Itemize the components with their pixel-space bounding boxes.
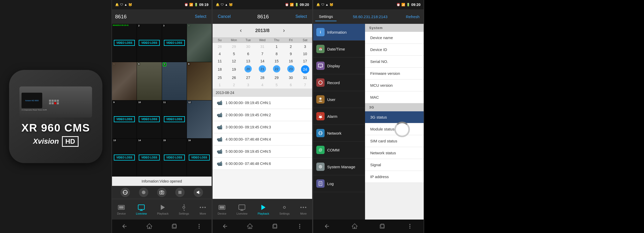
snapshot-button[interactable] (157, 188, 166, 197)
camera-cell-12[interactable]: 12 (187, 100, 212, 139)
sidebar-item-alarm[interactable]: Alarm (313, 108, 365, 125)
camera-cell-6[interactable]: 6 (137, 62, 162, 100)
cal-day[interactable]: 12 (227, 57, 241, 65)
settings-signal[interactable]: Signal (365, 159, 424, 171)
cal-day[interactable]: 5 (269, 81, 284, 89)
home-button[interactable] (144, 221, 155, 232)
cal-day[interactable]: 28 (255, 74, 270, 81)
record-item-3[interactable]: 📹 3 00:00:00- 09:19:45 CHN:3 (213, 121, 312, 133)
cal-day[interactable]: 25 (213, 74, 227, 81)
cal-day[interactable]: 14 (255, 57, 270, 65)
cal-day[interactable]: 6 (284, 81, 298, 89)
sidebar-item-datetime[interactable]: 📅 Date/Time (313, 41, 365, 57)
camera-cell-2[interactable]: 2 VIDEO LOSS (137, 24, 162, 62)
record-item-2[interactable]: 📹 2 00:00:00- 09:19:45 CHN:2 (213, 109, 312, 121)
settings-serial-no[interactable]: Serial NO. (365, 56, 424, 68)
nav-liveview[interactable]: Liveview (136, 204, 147, 215)
settings-device-name[interactable]: Device name (365, 32, 424, 44)
cal-day[interactable]: 30 (241, 43, 255, 50)
cal-day-today[interactable]: 24 (301, 65, 309, 74)
record-item-6[interactable]: 📹 6 00:00:00- 07:46:48 CHN:6 (213, 158, 312, 170)
cal-day[interactable]: 26 (227, 74, 241, 81)
camera-cell-16[interactable]: 16 VIDEO LOSS (187, 139, 212, 177)
settings-network-status[interactable]: Network status (365, 147, 424, 159)
ptz-button[interactable]: PTZ (121, 188, 130, 197)
settings-mac[interactable]: MAC (365, 91, 424, 103)
refresh-button[interactable]: Refresh (404, 13, 422, 20)
cal-day[interactable]: 29 (269, 74, 284, 81)
cal-day[interactable]: 18 (213, 65, 227, 74)
cal-day[interactable]: 17 (298, 57, 312, 65)
cal-day[interactable]: 28 (213, 43, 227, 50)
settings-mcu-version[interactable]: MCU version (365, 79, 424, 91)
sidebar-item-record[interactable]: Record (313, 74, 365, 91)
select-button[interactable]: Select (193, 13, 208, 20)
stop-button[interactable] (175, 188, 185, 197)
cal-day[interactable]: 9 (284, 50, 298, 57)
nav-playback-pb[interactable]: Playback (258, 204, 269, 215)
audio-button[interactable]: ) (194, 188, 203, 197)
back-button-pb[interactable] (219, 221, 231, 232)
record-item-1[interactable]: 📹 1 00:00:00- 09:19:45 CHN:1 (213, 97, 312, 109)
recents-button-pb[interactable] (269, 221, 281, 232)
recents-button-s[interactable] (376, 221, 388, 232)
cal-day[interactable]: 1 (213, 81, 227, 89)
cal-next-button[interactable]: › (280, 26, 288, 35)
cal-prev-button[interactable]: ‹ (237, 26, 245, 35)
camera-cell-11[interactable]: 11 VIDEO LOSS (162, 100, 187, 139)
nav-liveview-pb[interactable]: Liveview (236, 204, 247, 215)
sidebar-item-system-manage[interactable]: System Manage (313, 158, 365, 175)
nav-more-pb[interactable]: More (300, 204, 307, 215)
cal-day[interactable]: 3 (298, 43, 312, 50)
camera-cell-15[interactable]: 15 VIDEO LOSS (162, 139, 187, 177)
cancel-button[interactable]: Cancel (216, 13, 233, 20)
sidebar-item-network[interactable]: Network (313, 125, 365, 142)
nav-more[interactable]: More (199, 204, 206, 215)
camera-cell-9[interactable]: 9 VIDEO LOSS (112, 100, 137, 139)
cal-day[interactable]: 6 (241, 50, 255, 57)
cal-day[interactable]: 7 (255, 50, 270, 57)
select-button-pb[interactable]: Select (293, 13, 309, 20)
menu-button-pb[interactable] (294, 221, 305, 232)
nav-settings[interactable]: Settings (179, 204, 189, 215)
back-button-s[interactable] (321, 221, 333, 232)
cal-day[interactable]: 31 (255, 43, 270, 50)
settings-device-id[interactable]: Device ID (365, 44, 424, 56)
cal-day[interactable]: 1 (269, 43, 284, 50)
sidebar-item-display[interactable]: Display (313, 57, 365, 74)
camera-cell-14[interactable]: 14 VIDEO LOSS (137, 139, 162, 177)
cal-day[interactable]: 15 (269, 57, 284, 65)
back-button[interactable] (119, 221, 130, 232)
settings-3g-status[interactable]: 3G status (365, 111, 424, 123)
settings-sim-card-status[interactable]: SIM card status (365, 135, 424, 147)
camera-cell-4[interactable]: 4 (187, 24, 212, 62)
camera-cell-10[interactable]: 10 VIDEO LOSS (137, 100, 162, 139)
recents-button[interactable] (169, 221, 180, 232)
camera-cell-13[interactable]: 13 VIDEO LOSS (112, 139, 137, 177)
cal-day-record[interactable]: 22 (273, 65, 280, 72)
menu-button[interactable] (193, 221, 205, 232)
camera-cell-3[interactable]: 3 VIDEO LOSS (162, 24, 187, 62)
settings-ip-address[interactable]: IP address (365, 171, 424, 183)
home-button-pb[interactable] (244, 221, 256, 232)
camera-cell-1[interactable]: 8/24/2013 09:19:41 VIDEO LOSS (112, 24, 137, 62)
nav-device[interactable]: Device (117, 204, 126, 215)
cal-day[interactable]: 4 (255, 81, 270, 89)
nav-device-pb[interactable]: Device (218, 204, 227, 215)
cal-day[interactable]: 2 (284, 43, 298, 50)
cal-day[interactable]: 4 (213, 50, 227, 57)
sidebar-item-comm[interactable]: @ COMM (313, 142, 365, 158)
cal-day[interactable]: 8 (269, 50, 284, 57)
cal-day[interactable]: 11 (213, 57, 227, 65)
cal-day[interactable]: 13 (241, 57, 255, 65)
record-button[interactable] (139, 188, 148, 197)
cal-day[interactable]: 2 (227, 81, 241, 89)
sidebar-item-log[interactable]: Log (313, 175, 365, 192)
cal-day[interactable]: 27 (241, 74, 255, 81)
menu-button-s[interactable] (404, 221, 416, 232)
settings-tab[interactable]: Settings (315, 12, 337, 21)
record-item-4[interactable]: 📹 4 00:00:00- 07:46:48 CHN:4 (213, 133, 312, 145)
cal-day[interactable]: 7 (298, 81, 312, 89)
camera-cell-8[interactable]: 8 (187, 62, 212, 100)
record-item-5[interactable]: 📹 5 00:00:00- 09:19:45 CHN:5 (213, 145, 312, 158)
